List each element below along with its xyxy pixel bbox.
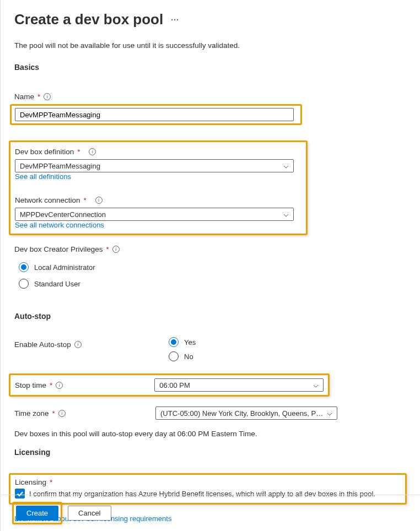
required-marker: * xyxy=(77,148,80,156)
required-marker: * xyxy=(50,478,52,486)
radio-standard-user[interactable] xyxy=(19,279,29,289)
required-marker: * xyxy=(52,409,55,418)
info-icon[interactable]: i xyxy=(58,410,66,417)
see-all-definitions-link[interactable]: See all definitions xyxy=(15,172,71,181)
intro-text: The pool will not be available for use u… xyxy=(14,41,407,50)
enable-autostop-label: Enable Auto-stop i xyxy=(14,340,169,349)
info-icon[interactable]: i xyxy=(95,197,103,204)
cancel-button[interactable]: Cancel xyxy=(68,506,111,521)
page-title: Create a dev box pool ··· xyxy=(14,11,407,28)
info-icon[interactable]: i xyxy=(56,382,63,389)
radio-autostop-yes[interactable] xyxy=(169,337,179,347)
definition-label: Dev box definition * i xyxy=(15,148,301,156)
section-basics: Basics xyxy=(14,63,407,72)
stop-time-select[interactable]: 06:00 PM xyxy=(154,378,324,392)
info-icon[interactable]: i xyxy=(112,246,120,253)
more-icon[interactable]: ··· xyxy=(171,15,179,24)
timezone-select[interactable]: (UTC-05:00) New York City, Brooklyn, Que… xyxy=(155,407,337,420)
name-input[interactable] xyxy=(15,108,294,121)
chevron-down-icon xyxy=(283,212,289,217)
create-button[interactable]: Create xyxy=(16,506,58,521)
network-select[interactable]: MPPDevCenterConnection xyxy=(15,208,294,221)
info-icon[interactable]: i xyxy=(74,341,82,348)
footer: Create Cancel xyxy=(1,495,420,531)
chevron-down-icon xyxy=(313,382,319,388)
autostop-note: Dev boxes in this pool will auto-stop ev… xyxy=(14,430,407,438)
radio-autostop-yes-label: Yes xyxy=(184,338,196,346)
section-licensing: Licensing xyxy=(14,448,407,457)
radio-autostop-no[interactable] xyxy=(169,351,179,361)
see-all-network-link[interactable]: See all network connections xyxy=(15,221,104,229)
section-autostop: Auto-stop xyxy=(14,312,407,321)
info-icon[interactable]: i xyxy=(89,148,96,155)
radio-standard-user-label: Standard User xyxy=(34,280,80,288)
radio-autostop-no-label: No xyxy=(184,353,193,361)
required-marker: * xyxy=(50,381,52,389)
info-icon[interactable]: i xyxy=(44,93,51,100)
definition-select[interactable]: DevMPPTeamMessaging xyxy=(15,159,294,172)
chevron-down-icon xyxy=(327,410,332,416)
required-marker: * xyxy=(37,93,40,101)
required-marker: * xyxy=(84,196,87,204)
page-title-text: Create a dev box pool xyxy=(14,11,163,28)
timezone-label: Time zone * i xyxy=(14,409,155,418)
required-marker: * xyxy=(106,245,109,253)
radio-local-admin-label: Local Administrator xyxy=(34,263,95,272)
stop-time-label: Stop time * i xyxy=(15,381,154,389)
licensing-label: Licensing * xyxy=(15,478,401,486)
chevron-down-icon xyxy=(283,163,289,169)
network-label: Network connection * i xyxy=(15,196,301,204)
radio-local-admin[interactable] xyxy=(19,262,29,272)
name-label: Name * i xyxy=(14,93,407,101)
privileges-label: Dev box Creator Privileges * i xyxy=(14,245,407,253)
